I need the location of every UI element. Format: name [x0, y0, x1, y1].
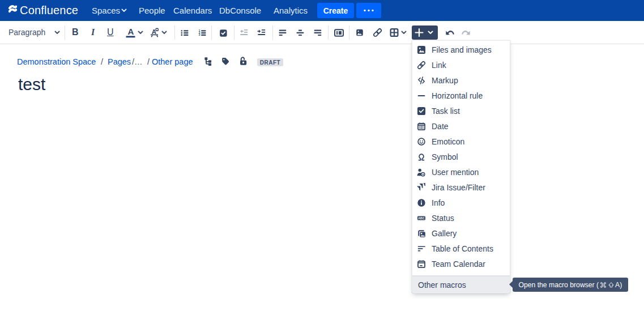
svg-text:ABC: ABC	[418, 216, 425, 219]
svg-text:A: A	[128, 27, 134, 36]
svg-text:3: 3	[199, 33, 201, 36]
